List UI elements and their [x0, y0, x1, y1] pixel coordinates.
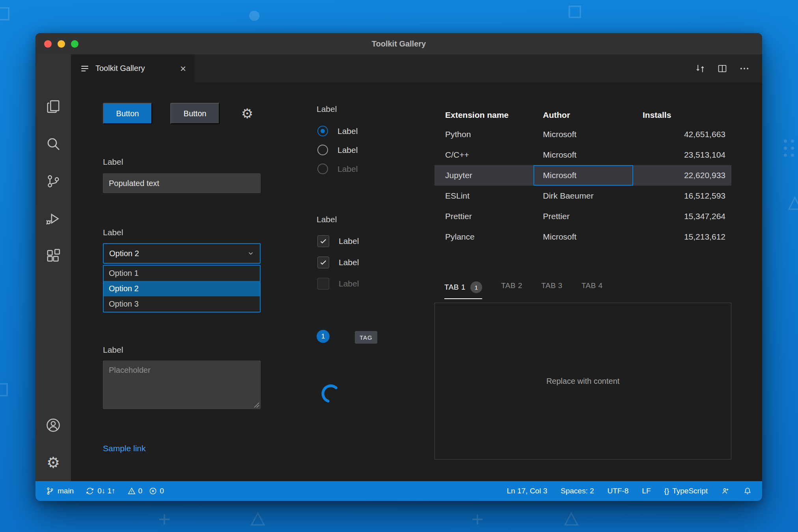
traffic-lights	[44, 33, 78, 54]
open-changes-button[interactable]	[694, 63, 706, 74]
account-icon	[45, 417, 61, 433]
cursor-position-text: Ln 17, Col 3	[507, 487, 547, 495]
more-actions-button[interactable]	[738, 63, 750, 74]
grid-cell[interactable]: Pylance	[434, 232, 533, 242]
badge: 1	[317, 330, 330, 343]
activity-item-source-control[interactable]	[35, 162, 71, 200]
grid-cell[interactable]: Microsoft	[533, 227, 633, 247]
language-text: TypeScript	[672, 487, 708, 495]
files-icon	[45, 99, 61, 114]
encoding-item[interactable]: UTF-8	[608, 487, 629, 495]
grid-cell[interactable]: 22,620,933	[633, 171, 731, 180]
radio-option: Label	[317, 164, 358, 174]
dropdown-value: Option 2	[109, 249, 139, 258]
activity-item-accounts[interactable]	[35, 406, 71, 444]
dropdown-listbox: Option 1 Option 2 Option 3	[103, 265, 261, 313]
decor-dots-shape	[783, 139, 798, 158]
text-field-input[interactable]	[103, 173, 261, 193]
checkbox-option: Label	[317, 278, 359, 290]
dropdown-option[interactable]: Option 1	[104, 266, 260, 281]
dropdown[interactable]: Option 2	[103, 243, 261, 264]
grid-cell[interactable]: Python	[434, 130, 533, 139]
secondary-button[interactable]: Button	[170, 103, 220, 124]
feedback-icon	[721, 487, 730, 495]
encoding-text: UTF-8	[608, 487, 629, 495]
data-grid: Extension name Author Installs Python Mi…	[434, 106, 731, 247]
panel-tab-4[interactable]: TAB 4	[582, 281, 603, 296]
activity-item-settings[interactable]: ⚙	[35, 444, 71, 481]
feedback-button[interactable]	[721, 487, 730, 495]
activity-item-explorer[interactable]	[35, 87, 71, 125]
decor-triangle-shape	[788, 196, 798, 210]
cursor-position-item[interactable]: Ln 17, Col 3	[507, 487, 547, 495]
grid-cell[interactable]: C/C++	[434, 150, 533, 160]
panel-tab-1[interactable]: TAB 1 1	[444, 281, 482, 299]
grid-cell[interactable]: 23,513,104	[633, 150, 731, 160]
grid-row-selected[interactable]: Jupyter Microsoft 22,620,933	[434, 165, 731, 186]
grid-row[interactable]: Python Microsoft 42,651,663	[434, 124, 731, 145]
indentation-item[interactable]: Spaces: 2	[561, 487, 594, 495]
radio-option[interactable]: Label	[317, 145, 358, 155]
close-window-button[interactable]	[44, 40, 52, 48]
tag: TAG	[355, 331, 377, 344]
grid-row[interactable]: Prettier Prettier 15,347,264	[434, 206, 731, 227]
grid-cell[interactable]: 15,213,612	[633, 232, 731, 242]
editor-tab[interactable]: Toolkit Gallery ×	[71, 54, 195, 82]
tab-close-button[interactable]: ×	[180, 63, 186, 74]
grid-cell-focused[interactable]: Microsoft	[533, 165, 633, 186]
grid-cell[interactable]: ESLint	[434, 191, 533, 201]
checkbox-input[interactable]	[317, 235, 329, 247]
grid-cell[interactable]: Dirk Baeumer	[533, 186, 633, 206]
grid-cell[interactable]: Microsoft	[533, 124, 633, 145]
sync-counts: 0↓ 1↑	[97, 487, 115, 495]
checkbox-option[interactable]: Label	[317, 257, 359, 268]
grid-header-cell: Extension name	[434, 110, 533, 120]
panel-tab-label: TAB 2	[501, 281, 522, 290]
text-area-input[interactable]	[103, 361, 261, 409]
activity-item-extensions[interactable]	[35, 237, 71, 275]
activity-item-run-debug[interactable]	[35, 200, 71, 237]
notifications-button[interactable]	[743, 487, 752, 495]
checkbox-input[interactable]	[317, 257, 329, 268]
activity-item-search[interactable]	[35, 125, 71, 162]
checkbox-group-label: Label	[317, 215, 337, 224]
sample-link[interactable]: Sample link	[103, 444, 146, 453]
grid-cell[interactable]: Prettier	[434, 212, 533, 221]
progress-ring	[321, 383, 341, 404]
gear-icon-button[interactable]: ⚙	[238, 104, 257, 123]
grid-cell[interactable]: 15,347,264	[633, 212, 731, 221]
grid-cell[interactable]: Prettier	[533, 206, 633, 227]
checkbox-option[interactable]: Label	[317, 235, 359, 247]
zoom-window-button[interactable]	[71, 40, 78, 48]
decor-plus-shape	[472, 513, 483, 525]
resize-grip-icon[interactable]	[254, 402, 260, 408]
grid-cell[interactable]: 42,651,663	[633, 130, 731, 139]
chevron-down-icon	[247, 250, 254, 257]
minimize-window-button[interactable]	[58, 40, 65, 48]
grid-cell[interactable]: Jupyter	[434, 171, 533, 180]
panel-tab-label: TAB 4	[582, 281, 603, 290]
problems-status-item[interactable]: 0 0	[127, 487, 164, 495]
radio-input[interactable]	[317, 145, 328, 155]
grid-row[interactable]: C/C++ Microsoft 23,513,104	[434, 145, 731, 165]
grid-row[interactable]: Pylance Microsoft 15,213,612	[434, 227, 731, 247]
sync-icon	[86, 487, 94, 495]
source-control-icon	[45, 173, 61, 189]
dropdown-option[interactable]: Option 3	[104, 296, 260, 312]
language-item[interactable]: {} TypeScript	[664, 487, 708, 495]
dropdown-option-selected[interactable]: Option 2	[104, 281, 260, 296]
radio-option[interactable]: Label	[317, 126, 358, 136]
sync-status-item[interactable]: 0↓ 1↑	[86, 487, 115, 495]
panel-tab-2[interactable]: TAB 2	[501, 281, 522, 296]
panel-tab-3[interactable]: TAB 3	[541, 281, 563, 296]
primary-button[interactable]: Button	[103, 103, 152, 124]
grid-cell[interactable]: 16,512,593	[633, 191, 731, 201]
grid-row[interactable]: ESLint Dirk Baeumer 16,512,593	[434, 186, 731, 206]
radio-input[interactable]	[317, 126, 328, 136]
eol-item[interactable]: LF	[642, 487, 651, 495]
split-editor-button[interactable]	[716, 63, 728, 74]
branch-status-item[interactable]: main	[46, 487, 74, 495]
checkbox-label: Label	[339, 236, 359, 246]
activity-bar: ⚙	[35, 54, 71, 481]
grid-cell[interactable]: Microsoft	[533, 145, 633, 165]
